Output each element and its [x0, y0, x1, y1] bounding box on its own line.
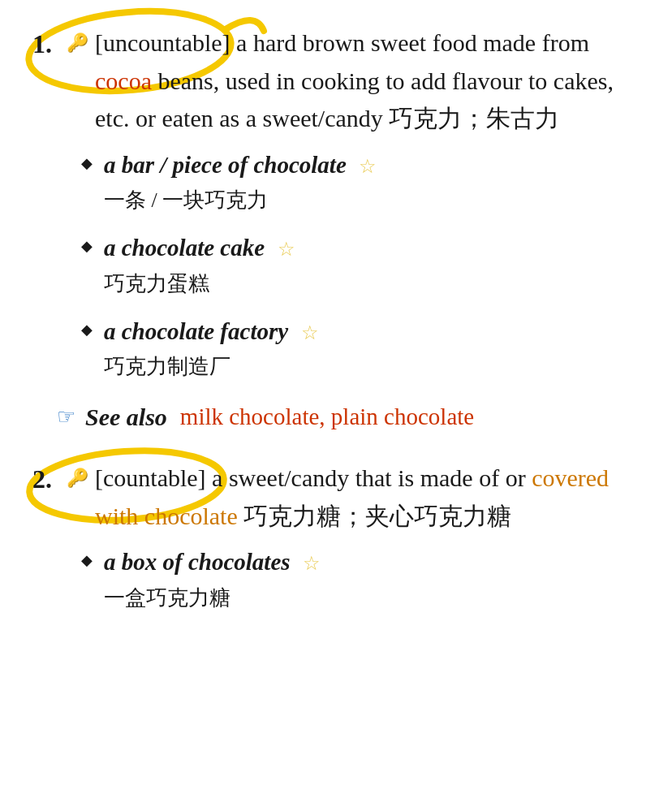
example-phrase-1: a bar / piece of chocolate: [104, 152, 347, 178]
example-item-2: ◆ a chocolate cake ☆ 巧克力蛋糕: [81, 229, 640, 300]
star-icon-2[interactable]: ☆: [278, 239, 295, 260]
def-text-1b: beans, used in cooking to add flavour to…: [95, 67, 614, 132]
entry-1-definition-line1: [uncountable] a hard brown sweet food ma…: [95, 24, 640, 138]
example-content-2: a chocolate cake ☆ 巧克力蛋糕: [104, 229, 640, 300]
entry-2: 2. 🔑 [countable] a sweet/candy that is m…: [32, 459, 640, 614]
example-phrase-4: a box of chocolates: [104, 549, 291, 575]
star-icon-3[interactable]: ☆: [301, 322, 319, 343]
def-text-1a: a hard brown sweet food made from: [236, 29, 589, 56]
star-icon-4[interactable]: ☆: [303, 553, 321, 574]
diamond-icon-1: ◆: [81, 153, 93, 175]
example-content-1: a bar / piece of chocolate ☆ 一条 / 一块巧克力: [104, 146, 640, 217]
example-chinese-2: 巧克力蛋糕: [104, 268, 640, 300]
see-also-row: ☞ See also milk chocolate, plain chocola…: [57, 399, 640, 435]
example-item-3: ◆ a chocolate factory ☆ 巧克力制造厂: [81, 313, 640, 383]
example-chinese-1: 一条 / 一块巧克力: [104, 184, 640, 216]
example-content-3: a chocolate factory ☆ 巧克力制造厂: [104, 313, 640, 383]
example-phrase-3: a chocolate factory: [104, 318, 288, 344]
example-chinese-3: 巧克力制造厂: [104, 351, 640, 382]
cocoa-link[interactable]: cocoa: [95, 67, 152, 94]
diamond-icon-2: ◆: [81, 235, 93, 257]
star-icon-1[interactable]: ☆: [359, 156, 377, 177]
see-also-icon: ☞: [57, 401, 75, 433]
example-item-1: ◆ a bar / piece of chocolate ☆ 一条 / 一块巧克…: [81, 146, 640, 217]
see-also-label: See also: [85, 399, 167, 435]
entry-1-number: 1.: [32, 24, 62, 63]
diamond-icon-3: ◆: [81, 319, 93, 341]
entry-1-chinese-inline: 巧克力；朱古力: [389, 105, 559, 132]
example-chinese-4: 一盒巧克力糖: [104, 582, 640, 614]
examples-list-2: ◆ a box of chocolates ☆ 一盒巧克力糖: [81, 543, 640, 614]
diamond-icon-4: ◆: [81, 550, 93, 572]
example-item-4: ◆ a box of chocolates ☆ 一盒巧克力糖: [81, 543, 640, 614]
entry-2-chinese-inline: 巧克力糖；夹心巧克力糖: [243, 503, 511, 529]
key-icon-2: 🔑: [67, 464, 88, 491]
examples-list-1: ◆ a bar / piece of chocolate ☆ 一条 / 一块巧克…: [81, 146, 640, 383]
entry-2-number: 2.: [32, 459, 62, 498]
sense-tag-1: [uncountable]: [95, 29, 230, 56]
example-content-4: a box of chocolates ☆ 一盒巧克力糖: [104, 543, 640, 614]
entry-1: 1. 🔑 [uncountable] a hard brown sweet fo…: [32, 24, 640, 435]
example-phrase-2: a chocolate cake: [104, 235, 265, 261]
sense-tag-2: [countable]: [95, 464, 206, 491]
see-also-links[interactable]: milk chocolate, plain chocolate: [180, 399, 474, 435]
key-icon-1: 🔑: [67, 29, 88, 56]
entry-2-definition: [countable] a sweet/candy that is made o…: [95, 459, 640, 535]
